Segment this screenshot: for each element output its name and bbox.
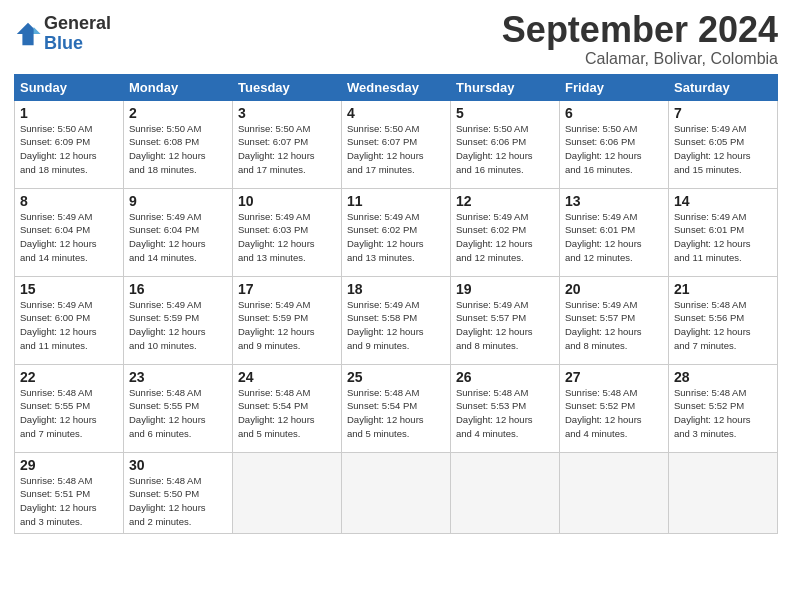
day-cell: 14Sunrise: 5:49 AMSunset: 6:01 PMDayligh… xyxy=(669,188,778,276)
day-info: Sunrise: 5:48 AMSunset: 5:53 PMDaylight:… xyxy=(456,386,554,441)
col-header-monday: Monday xyxy=(124,74,233,100)
week-row-3: 15Sunrise: 5:49 AMSunset: 6:00 PMDayligh… xyxy=(15,276,778,364)
day-cell: 25Sunrise: 5:48 AMSunset: 5:54 PMDayligh… xyxy=(342,364,451,452)
day-number: 21 xyxy=(674,281,772,297)
day-number: 18 xyxy=(347,281,445,297)
day-cell: 21Sunrise: 5:48 AMSunset: 5:56 PMDayligh… xyxy=(669,276,778,364)
day-number: 10 xyxy=(238,193,336,209)
day-cell: 29Sunrise: 5:48 AMSunset: 5:51 PMDayligh… xyxy=(15,452,124,533)
day-cell: 3Sunrise: 5:50 AMSunset: 6:07 PMDaylight… xyxy=(233,100,342,188)
day-number: 25 xyxy=(347,369,445,385)
day-number: 7 xyxy=(674,105,772,121)
day-cell: 18Sunrise: 5:49 AMSunset: 5:58 PMDayligh… xyxy=(342,276,451,364)
day-number: 12 xyxy=(456,193,554,209)
day-cell: 2Sunrise: 5:50 AMSunset: 6:08 PMDaylight… xyxy=(124,100,233,188)
day-info: Sunrise: 5:48 AMSunset: 5:54 PMDaylight:… xyxy=(238,386,336,441)
day-info: Sunrise: 5:49 AMSunset: 6:01 PMDaylight:… xyxy=(674,210,772,265)
day-info: Sunrise: 5:48 AMSunset: 5:51 PMDaylight:… xyxy=(20,474,118,529)
col-header-sunday: Sunday xyxy=(15,74,124,100)
header-row: SundayMondayTuesdayWednesdayThursdayFrid… xyxy=(15,74,778,100)
day-info: Sunrise: 5:48 AMSunset: 5:52 PMDaylight:… xyxy=(565,386,663,441)
day-cell xyxy=(342,452,451,533)
day-number: 2 xyxy=(129,105,227,121)
day-cell: 24Sunrise: 5:48 AMSunset: 5:54 PMDayligh… xyxy=(233,364,342,452)
day-cell: 1Sunrise: 5:50 AMSunset: 6:09 PMDaylight… xyxy=(15,100,124,188)
day-info: Sunrise: 5:49 AMSunset: 6:05 PMDaylight:… xyxy=(674,122,772,177)
day-cell: 10Sunrise: 5:49 AMSunset: 6:03 PMDayligh… xyxy=(233,188,342,276)
day-number: 1 xyxy=(20,105,118,121)
col-header-tuesday: Tuesday xyxy=(233,74,342,100)
day-cell: 11Sunrise: 5:49 AMSunset: 6:02 PMDayligh… xyxy=(342,188,451,276)
day-number: 3 xyxy=(238,105,336,121)
calendar-table: SundayMondayTuesdayWednesdayThursdayFrid… xyxy=(14,74,778,534)
day-info: Sunrise: 5:49 AMSunset: 6:01 PMDaylight:… xyxy=(565,210,663,265)
day-cell: 19Sunrise: 5:49 AMSunset: 5:57 PMDayligh… xyxy=(451,276,560,364)
day-number: 30 xyxy=(129,457,227,473)
day-cell: 7Sunrise: 5:49 AMSunset: 6:05 PMDaylight… xyxy=(669,100,778,188)
day-number: 13 xyxy=(565,193,663,209)
day-number: 29 xyxy=(20,457,118,473)
logo-icon xyxy=(14,20,42,48)
day-cell: 28Sunrise: 5:48 AMSunset: 5:52 PMDayligh… xyxy=(669,364,778,452)
day-number: 20 xyxy=(565,281,663,297)
day-info: Sunrise: 5:50 AMSunset: 6:07 PMDaylight:… xyxy=(238,122,336,177)
day-number: 27 xyxy=(565,369,663,385)
day-number: 6 xyxy=(565,105,663,121)
col-header-thursday: Thursday xyxy=(451,74,560,100)
day-cell: 5Sunrise: 5:50 AMSunset: 6:06 PMDaylight… xyxy=(451,100,560,188)
header: General Blue September 2024 Calamar, Bol… xyxy=(14,10,778,68)
day-number: 11 xyxy=(347,193,445,209)
day-number: 4 xyxy=(347,105,445,121)
day-info: Sunrise: 5:49 AMSunset: 5:57 PMDaylight:… xyxy=(565,298,663,353)
day-number: 19 xyxy=(456,281,554,297)
week-row-1: 1Sunrise: 5:50 AMSunset: 6:09 PMDaylight… xyxy=(15,100,778,188)
day-cell xyxy=(233,452,342,533)
day-number: 14 xyxy=(674,193,772,209)
day-cell: 26Sunrise: 5:48 AMSunset: 5:53 PMDayligh… xyxy=(451,364,560,452)
day-number: 28 xyxy=(674,369,772,385)
week-row-4: 22Sunrise: 5:48 AMSunset: 5:55 PMDayligh… xyxy=(15,364,778,452)
day-cell: 4Sunrise: 5:50 AMSunset: 6:07 PMDaylight… xyxy=(342,100,451,188)
day-info: Sunrise: 5:49 AMSunset: 5:57 PMDaylight:… xyxy=(456,298,554,353)
day-number: 26 xyxy=(456,369,554,385)
day-cell: 15Sunrise: 5:49 AMSunset: 6:00 PMDayligh… xyxy=(15,276,124,364)
day-info: Sunrise: 5:48 AMSunset: 5:54 PMDaylight:… xyxy=(347,386,445,441)
day-info: Sunrise: 5:49 AMSunset: 5:59 PMDaylight:… xyxy=(129,298,227,353)
day-cell: 23Sunrise: 5:48 AMSunset: 5:55 PMDayligh… xyxy=(124,364,233,452)
day-number: 22 xyxy=(20,369,118,385)
day-cell: 6Sunrise: 5:50 AMSunset: 6:06 PMDaylight… xyxy=(560,100,669,188)
location-title: Calamar, Bolivar, Colombia xyxy=(502,50,778,68)
day-cell: 22Sunrise: 5:48 AMSunset: 5:55 PMDayligh… xyxy=(15,364,124,452)
day-info: Sunrise: 5:49 AMSunset: 6:04 PMDaylight:… xyxy=(20,210,118,265)
day-cell: 20Sunrise: 5:49 AMSunset: 5:57 PMDayligh… xyxy=(560,276,669,364)
day-info: Sunrise: 5:48 AMSunset: 5:52 PMDaylight:… xyxy=(674,386,772,441)
day-number: 17 xyxy=(238,281,336,297)
day-cell xyxy=(669,452,778,533)
logo-blue: Blue xyxy=(44,34,111,54)
col-header-wednesday: Wednesday xyxy=(342,74,451,100)
day-info: Sunrise: 5:48 AMSunset: 5:55 PMDaylight:… xyxy=(129,386,227,441)
day-cell: 13Sunrise: 5:49 AMSunset: 6:01 PMDayligh… xyxy=(560,188,669,276)
day-info: Sunrise: 5:50 AMSunset: 6:07 PMDaylight:… xyxy=(347,122,445,177)
day-info: Sunrise: 5:49 AMSunset: 6:04 PMDaylight:… xyxy=(129,210,227,265)
day-info: Sunrise: 5:50 AMSunset: 6:06 PMDaylight:… xyxy=(565,122,663,177)
col-header-saturday: Saturday xyxy=(669,74,778,100)
month-title: September 2024 xyxy=(502,10,778,50)
day-info: Sunrise: 5:50 AMSunset: 6:09 PMDaylight:… xyxy=(20,122,118,177)
day-cell: 9Sunrise: 5:49 AMSunset: 6:04 PMDaylight… xyxy=(124,188,233,276)
svg-marker-1 xyxy=(34,27,41,34)
col-header-friday: Friday xyxy=(560,74,669,100)
day-info: Sunrise: 5:49 AMSunset: 6:02 PMDaylight:… xyxy=(347,210,445,265)
day-info: Sunrise: 5:48 AMSunset: 5:56 PMDaylight:… xyxy=(674,298,772,353)
day-number: 16 xyxy=(129,281,227,297)
day-info: Sunrise: 5:49 AMSunset: 6:02 PMDaylight:… xyxy=(456,210,554,265)
day-cell: 27Sunrise: 5:48 AMSunset: 5:52 PMDayligh… xyxy=(560,364,669,452)
day-info: Sunrise: 5:49 AMSunset: 5:59 PMDaylight:… xyxy=(238,298,336,353)
day-info: Sunrise: 5:50 AMSunset: 6:08 PMDaylight:… xyxy=(129,122,227,177)
day-info: Sunrise: 5:50 AMSunset: 6:06 PMDaylight:… xyxy=(456,122,554,177)
title-block: September 2024 Calamar, Bolivar, Colombi… xyxy=(502,10,778,68)
day-info: Sunrise: 5:48 AMSunset: 5:55 PMDaylight:… xyxy=(20,386,118,441)
day-cell xyxy=(451,452,560,533)
logo: General Blue xyxy=(14,14,111,54)
day-info: Sunrise: 5:49 AMSunset: 6:00 PMDaylight:… xyxy=(20,298,118,353)
